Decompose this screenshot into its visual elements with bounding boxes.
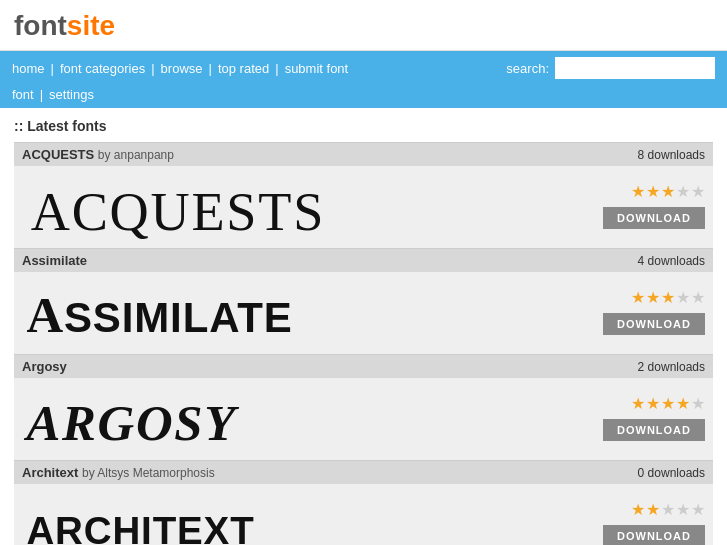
nav-home[interactable]: home [12, 61, 45, 76]
font-preview: ASSIMILATE [22, 276, 585, 346]
star-empty: ★ [676, 288, 690, 307]
font-actions: ★★★★★ DOWNLOAD [585, 394, 705, 441]
logo: fontsite [14, 10, 713, 42]
nav-sep-1: | [51, 61, 54, 76]
font-author: by Altsys Metamorphosis [82, 466, 215, 480]
svg-text:ARGOSY: ARGOSY [23, 395, 239, 451]
star-filled: ★ [646, 394, 660, 413]
font-author: by anpanpanp [98, 148, 174, 162]
font-row-body: ASSIMILATE ★★★★★ DOWNLOAD [14, 272, 713, 354]
header: fontsite [0, 0, 727, 51]
font-row-header: ACQUESTS by anpanpanp 8 downloads [14, 143, 713, 166]
download-count: 8 downloads [638, 148, 705, 162]
star-filled: ★ [631, 288, 645, 307]
font-actions: ★★★★★ DOWNLOAD [585, 288, 705, 335]
star-rating: ★★★★★ [631, 182, 705, 201]
font-name: Assimilate [22, 253, 87, 268]
nav-left: home | font categories | browse | top ra… [12, 61, 348, 76]
star-empty: ★ [691, 288, 705, 307]
search-area: search: [506, 57, 715, 79]
star-rating: ★★★★★ [631, 500, 705, 519]
star-filled: ★ [676, 394, 690, 413]
content: :: Latest fonts ACQUESTS by anpanpanp 8 … [0, 108, 727, 545]
download-button[interactable]: DOWNLOAD [603, 207, 705, 229]
nav-sep-2: | [151, 61, 154, 76]
font-name: Architext by Altsys Metamorphosis [22, 465, 215, 480]
logo-part2: site [67, 10, 115, 41]
font-row: Argosy 2 downloads ARGOSY ★★★★★ DOWNLOAD [14, 354, 713, 460]
font-row-body: ARGOSY ★★★★★ DOWNLOAD [14, 378, 713, 460]
nav-sep-4: | [275, 61, 278, 76]
font-preview: ARCHITEXT [22, 488, 585, 545]
star-filled: ★ [661, 288, 675, 307]
download-count: 4 downloads [638, 254, 705, 268]
subnav-settings[interactable]: settings [49, 87, 94, 102]
font-name: ACQUESTS by anpanpanp [22, 147, 174, 162]
star-empty: ★ [691, 182, 705, 201]
font-list: ACQUESTS by anpanpanp 8 downloads ACQUES… [14, 142, 713, 545]
font-row-body: ARCHITEXT ★★★★★ DOWNLOAD [14, 484, 713, 545]
nav-browse[interactable]: browse [161, 61, 203, 76]
star-empty: ★ [691, 500, 705, 519]
star-filled: ★ [631, 394, 645, 413]
star-empty: ★ [676, 182, 690, 201]
svg-text:ARCHITEXT: ARCHITEXT [26, 509, 254, 545]
star-empty: ★ [661, 500, 675, 519]
font-row: Architext by Altsys Metamorphosis 0 down… [14, 460, 713, 545]
nav-sep-3: | [209, 61, 212, 76]
subnav-sep: | [40, 87, 43, 102]
font-preview: ARGOSY [22, 382, 585, 452]
star-empty: ★ [691, 394, 705, 413]
font-row: Assimilate 4 downloads ASSIMILATE ★★★★★ … [14, 248, 713, 354]
nav-submit-font[interactable]: submit font [285, 61, 349, 76]
svg-text:ACQUESTS: ACQUESTS [31, 182, 325, 241]
nav-font-categories[interactable]: font categories [60, 61, 145, 76]
font-row: ACQUESTS by anpanpanp 8 downloads ACQUES… [14, 142, 713, 248]
search-label: search: [506, 61, 549, 76]
download-count: 2 downloads [638, 360, 705, 374]
section-title: :: Latest fonts [14, 118, 713, 134]
font-actions: ★★★★★ DOWNLOAD [585, 182, 705, 229]
star-empty: ★ [676, 500, 690, 519]
font-row-body: ACQUESTS ★★★★★ DOWNLOAD [14, 166, 713, 248]
download-count: 0 downloads [638, 466, 705, 480]
font-actions: ★★★★★ DOWNLOAD [585, 500, 705, 546]
subnav-font[interactable]: font [12, 87, 34, 102]
font-row-header: Argosy 2 downloads [14, 355, 713, 378]
subnav: font | settings [0, 85, 727, 108]
star-filled: ★ [661, 394, 675, 413]
download-button[interactable]: DOWNLOAD [603, 525, 705, 546]
navbar: home | font categories | browse | top ra… [0, 51, 727, 85]
logo-part1: font [14, 10, 67, 41]
star-filled: ★ [646, 182, 660, 201]
font-row-header: Assimilate 4 downloads [14, 249, 713, 272]
star-rating: ★★★★★ [631, 288, 705, 307]
star-filled: ★ [646, 500, 660, 519]
nav-top-rated[interactable]: top rated [218, 61, 269, 76]
star-filled: ★ [661, 182, 675, 201]
star-filled: ★ [631, 500, 645, 519]
star-rating: ★★★★★ [631, 394, 705, 413]
download-button[interactable]: DOWNLOAD [603, 419, 705, 441]
font-row-header: Architext by Altsys Metamorphosis 0 down… [14, 461, 713, 484]
font-name: Argosy [22, 359, 67, 374]
download-button[interactable]: DOWNLOAD [603, 313, 705, 335]
search-input[interactable] [555, 57, 715, 79]
font-preview: ACQUESTS [22, 170, 585, 240]
star-filled: ★ [646, 288, 660, 307]
star-filled: ★ [631, 182, 645, 201]
svg-text:ASSIMILATE: ASSIMILATE [26, 287, 292, 343]
